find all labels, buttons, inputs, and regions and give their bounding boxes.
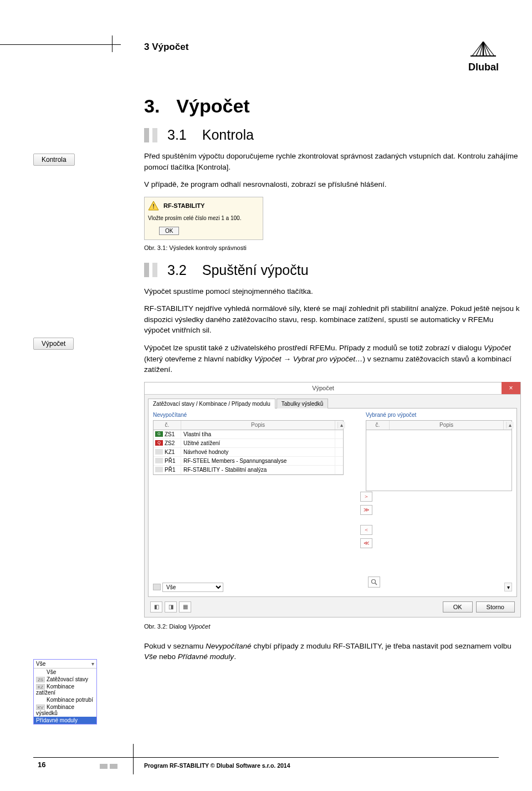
toolbar-icon-3[interactable]: ▦: [179, 601, 191, 613]
bridge-icon: [470, 42, 496, 58]
tab-load-cases[interactable]: Zatěžovací stavy / Kombinace / Případy m…: [148, 399, 275, 409]
figure-caption-3-2: Obr. 3.2: Dialog Výpočet: [144, 623, 521, 630]
toolbar-icon-2[interactable]: ◨: [165, 601, 177, 613]
svg-point-10: [372, 579, 376, 583]
page-header-title: 3 Výpočet: [144, 42, 188, 53]
col-header-desc: Popis: [390, 421, 504, 430]
filter-option-selected[interactable]: Přídavné moduly: [34, 717, 96, 724]
heading-3-2: 3.2Spuštění výpočtu: [144, 262, 521, 278]
table-row[interactable]: GZS1Vlastní tíha: [154, 430, 343, 439]
chevron-down-icon[interactable]: ▾: [91, 661, 94, 667]
dialog-title: Výpočet: [145, 385, 502, 391]
filter-option[interactable]: ZSZatěžovací stavy: [34, 676, 96, 683]
col-header-num: č.: [154, 421, 181, 430]
logo-text: Dlubal: [468, 62, 499, 73]
crop-tick-v: [112, 35, 112, 52]
table-row[interactable]: PŘ1RF-STEEL Members - Spannungsanalyse: [154, 457, 343, 466]
filter-listbox[interactable]: Vše ▾ XVše ZSZatěžovací stavy KZKombinac…: [33, 659, 97, 724]
table-row[interactable]: KZ1Návrhové hodnoty: [154, 448, 343, 457]
filter-option[interactable]: KZKombinace zatížení: [34, 683, 96, 696]
footer-rule: [33, 757, 499, 758]
ok-button[interactable]: OK: [443, 601, 473, 613]
heading-3: 3.Výpočet: [144, 95, 521, 117]
crop-tick-h: [0, 44, 121, 45]
svg-line-11: [375, 583, 377, 585]
crop-mark: [133, 744, 134, 774]
crop-mark: [100, 764, 108, 769]
selected-grid[interactable]: č. Popis ▴: [366, 420, 512, 491]
paragraph: Výpočet lze spustit také z uživatelského…: [144, 343, 521, 375]
scroll-up-icon[interactable]: ▴: [506, 422, 514, 428]
uncalculated-grid[interactable]: č. Popis ▴ GZS1Vlastní tíhaQZS2Užitné za…: [153, 420, 344, 475]
paragraph: V případě, že program odhalí nesrovnalos…: [144, 179, 521, 190]
page-number: 16: [38, 761, 45, 769]
ok-button[interactable]: OK: [159, 227, 179, 235]
heading-3-1: 3.1Kontrola: [144, 127, 521, 143]
paragraph: RF-STABILITY nejdříve vyhledá normálové …: [144, 303, 521, 336]
move-all-left-button[interactable]: ≪: [360, 538, 372, 548]
svg-line-3: [476, 42, 483, 56]
paragraph: Výpočet spustíme pomocí stejnojmenného t…: [144, 286, 521, 297]
warning-icon: !: [148, 201, 159, 211]
filter-current: Vše: [36, 661, 45, 667]
paragraph: Před spuštěním výpočtu doporučujeme rych…: [144, 151, 521, 172]
move-left-button[interactable]: ＜: [360, 525, 372, 535]
footer-text: Program RF-STABILITY © Dlubal Software s…: [144, 762, 290, 769]
filter-select[interactable]: Vše: [162, 583, 223, 592]
scroll-up-icon[interactable]: ▴: [337, 422, 345, 428]
logo: Dlubal: [468, 42, 499, 73]
col-header-num: č.: [366, 421, 390, 430]
svg-line-6: [483, 42, 490, 56]
col-header-desc: Popis: [181, 421, 335, 430]
figure-caption-3-1: Obr. 3.1: Výsledek kontroly správnosti: [144, 244, 521, 251]
search-icon[interactable]: [368, 576, 380, 588]
filter-tag-icon: [153, 584, 161, 590]
tab-results-tables[interactable]: Tabulky výsledků: [277, 399, 329, 409]
filter-option[interactable]: KVKombinace výsledků: [34, 703, 96, 717]
vypocet-button[interactable]: Výpočet: [33, 338, 74, 350]
toolbar-icon-1[interactable]: ◧: [150, 601, 162, 613]
svg-text:!: !: [152, 203, 155, 210]
kontrola-button[interactable]: Kontrola: [33, 154, 75, 166]
close-icon[interactable]: ×: [502, 382, 520, 394]
left-panel-title: Nevypočítané: [153, 412, 344, 418]
warning-title: RF-STABILITY: [163, 202, 204, 209]
warning-dialog: ! RF-STABILITY Vložte prosím celé číslo …: [144, 197, 263, 240]
filter-option[interactable]: XKombinace potrubí: [34, 696, 96, 703]
scroll-down-icon[interactable]: ▾: [504, 583, 512, 591]
right-panel-title: Vybrané pro výpočet: [366, 412, 512, 418]
move-all-right-button[interactable]: ≫: [360, 505, 372, 515]
table-row[interactable]: PŘ1RF-STABILITY - Stabilitní analýza: [154, 466, 343, 474]
crop-mark: [110, 764, 117, 769]
vypocet-dialog: Výpočet × Zatěžovací stavy / Kombinace /…: [144, 382, 521, 618]
cancel-button[interactable]: Storno: [476, 601, 515, 613]
move-right-button[interactable]: ＞: [360, 492, 372, 502]
table-row[interactable]: QZS2Užitné zatížení: [154, 439, 343, 448]
warning-message: Vložte prosím celé číslo mezi 1 a 100.: [148, 215, 259, 221]
filter-option[interactable]: XVše: [34, 668, 96, 676]
paragraph: Pokud v seznamu Nevypočítané chybí přípa…: [144, 641, 521, 662]
